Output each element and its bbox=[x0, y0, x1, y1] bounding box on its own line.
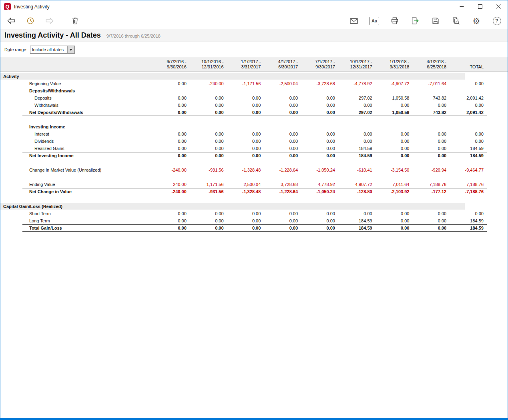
cell-value: 0.00 bbox=[153, 103, 190, 108]
cell-value: 0.00 bbox=[227, 146, 264, 151]
row-label: Realized Gains bbox=[22, 146, 153, 151]
cell-value: -240.00 bbox=[190, 81, 227, 86]
window-controls bbox=[452, 0, 508, 13]
row-label: Activity bbox=[0, 74, 131, 79]
print-button[interactable] bbox=[390, 16, 400, 26]
cell-value: 0.00 bbox=[153, 153, 190, 158]
cell-value: 0.00 bbox=[264, 218, 301, 223]
table-row: Activity bbox=[0, 73, 465, 80]
table-row: Net Deposits/Withdrawals0.000.000.000.00… bbox=[22, 109, 487, 116]
cell-value: 0.00 bbox=[412, 146, 450, 151]
cell-value: -4,778.92 bbox=[338, 81, 375, 86]
cell-value: 1,050.58 bbox=[375, 96, 413, 100]
cell-value: 0.00 bbox=[301, 211, 338, 216]
cell-value: -1,328.48 bbox=[227, 168, 264, 172]
report-header: Investing Activity - All Dates 9/7/2016 … bbox=[0, 29, 508, 42]
cell-value: 184.59 bbox=[338, 146, 375, 151]
cell-value: 0.00 bbox=[190, 146, 227, 151]
cell-value: -2,500.04 bbox=[227, 182, 264, 187]
email-report-button[interactable] bbox=[349, 16, 359, 26]
cell-value: 0.00 bbox=[412, 103, 450, 108]
envelope-icon bbox=[349, 16, 359, 25]
cell-value: -7,188.76 bbox=[412, 182, 450, 187]
row-label: Short Term bbox=[22, 211, 153, 216]
help-button[interactable]: ? bbox=[492, 16, 502, 26]
cell-value: 0.00 bbox=[450, 103, 487, 108]
cell-value: -2,103.92 bbox=[375, 189, 413, 194]
cell-value: 0.00 bbox=[412, 226, 450, 230]
row-label: Change in Market Value (Unrealized) bbox=[22, 168, 153, 172]
cell-value: 0.00 bbox=[264, 226, 301, 230]
cell-value: 0.00 bbox=[450, 139, 487, 144]
chevron-down-icon[interactable] bbox=[67, 46, 74, 53]
cell-value: 0.00 bbox=[450, 81, 487, 86]
maximize-icon bbox=[478, 4, 482, 9]
row-label: Long Term bbox=[22, 218, 153, 223]
maximize-button[interactable] bbox=[471, 0, 489, 13]
floppy-save-icon bbox=[431, 16, 440, 25]
cell-value: 0.00 bbox=[190, 211, 227, 216]
filter-row: Date range: Include all dates bbox=[0, 42, 508, 57]
minimize-button[interactable] bbox=[452, 0, 471, 13]
spacer-row bbox=[22, 116, 487, 123]
column-header: 10/1/2017 -12/31/2017 bbox=[338, 59, 375, 70]
copy-search-icon bbox=[451, 16, 461, 25]
cell-value: -128.80 bbox=[338, 189, 375, 194]
toolbar: Aa bbox=[0, 13, 508, 29]
row-label: Deposits bbox=[22, 96, 153, 100]
export-button[interactable] bbox=[410, 16, 420, 26]
table-row: Net Investing Income0.000.000.000.000.00… bbox=[22, 152, 487, 159]
column-header: TOTAL bbox=[450, 59, 487, 70]
cell-value: 0.00 bbox=[153, 110, 190, 115]
date-range-label: Date range: bbox=[4, 47, 28, 52]
cell-value: 0.00 bbox=[264, 146, 301, 151]
spacer-row bbox=[22, 159, 487, 166]
cell-value: -9,464.77 bbox=[450, 168, 487, 172]
cell-value: 0.00 bbox=[227, 110, 264, 115]
toolbar-right-group: Aa bbox=[349, 16, 502, 26]
cell-value: 0.00 bbox=[375, 139, 413, 144]
column-header: 4/1/2018 -6/25/2018 bbox=[412, 59, 450, 70]
cell-value: 0.00 bbox=[264, 96, 301, 100]
find-in-report-button[interactable] bbox=[451, 16, 461, 26]
date-range-select[interactable]: Include all dates bbox=[30, 46, 75, 54]
save-button[interactable] bbox=[430, 16, 441, 26]
report-table: ActivityBeginning Value0.00-240.00-1,171… bbox=[0, 72, 508, 232]
cell-value: -7,011.64 bbox=[412, 81, 450, 86]
gear-icon: ⚙ bbox=[473, 17, 480, 25]
cell-value: 0.00 bbox=[264, 110, 301, 115]
cell-value: 0.00 bbox=[153, 81, 190, 86]
row-label: Beginning Value bbox=[22, 81, 153, 86]
spacer-row bbox=[22, 174, 487, 181]
row-label: Net Change in Value bbox=[22, 189, 153, 194]
cell-value: -1,228.64 bbox=[264, 189, 301, 194]
back-button[interactable] bbox=[6, 16, 16, 26]
header-label-spacer bbox=[22, 59, 153, 70]
history-button[interactable] bbox=[25, 16, 36, 26]
cell-value: -7,188.76 bbox=[450, 182, 487, 187]
forward-button[interactable] bbox=[44, 16, 55, 26]
table-row: Beginning Value0.00-240.00-1,171.56-2,50… bbox=[22, 80, 487, 87]
table-row: Change in Market Value (Unrealized)-240.… bbox=[22, 166, 487, 174]
table-row: Withdrawals0.000.000.000.000.000.000.000… bbox=[22, 102, 487, 109]
cell-value: 184.59 bbox=[338, 226, 375, 230]
text-format-button[interactable]: Aa bbox=[369, 16, 379, 26]
settings-button[interactable]: ⚙ bbox=[471, 16, 482, 26]
close-button[interactable] bbox=[489, 0, 508, 13]
font-format-icon: Aa bbox=[369, 17, 379, 25]
column-header: 10/1/2016 -12/31/2016 bbox=[190, 59, 227, 70]
delete-button[interactable] bbox=[70, 16, 80, 26]
cell-value: -610.41 bbox=[338, 168, 375, 172]
cell-value: 0.00 bbox=[412, 132, 450, 136]
column-header: 9/7/2016 -9/30/2016 bbox=[153, 59, 190, 70]
cell-value: 0.00 bbox=[190, 226, 227, 230]
cell-value: 0.00 bbox=[153, 132, 190, 136]
cell-value: 0.00 bbox=[153, 218, 190, 223]
cell-value: -1,171.56 bbox=[227, 81, 264, 86]
cell-value: 0.00 bbox=[301, 218, 338, 223]
cell-value: 0.00 bbox=[227, 218, 264, 223]
cell-value: 0.00 bbox=[301, 153, 338, 158]
cell-value: -240.00 bbox=[153, 189, 190, 194]
cell-value: -4,907.72 bbox=[338, 182, 375, 187]
cell-value: 0.00 bbox=[190, 110, 227, 115]
